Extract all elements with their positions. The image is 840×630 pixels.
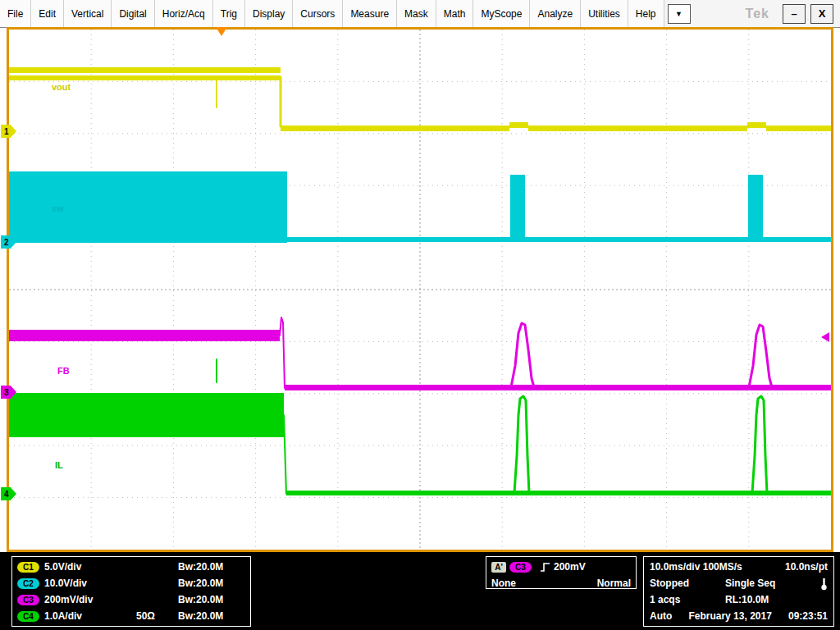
- minimize-button[interactable]: –: [783, 4, 806, 24]
- ch1-scale: 5.0V/div: [44, 561, 136, 573]
- menu-mask[interactable]: Mask: [397, 0, 436, 27]
- trigger-readout-box: A' C3 200mV None Normal: [486, 556, 637, 589]
- menu-trig[interactable]: Trig: [213, 0, 245, 27]
- ch3-scale: 200mV/div: [44, 594, 136, 605]
- menu-dropdown-button[interactable]: ▼: [668, 4, 691, 24]
- ch3-readout-row: C3 200mV/div Bw:20.0M: [17, 591, 245, 608]
- trigger-level-readout: 200mV: [554, 561, 586, 573]
- readout-area: C1 5.0V/div Bw:20.0M C2 10.0V/div Bw:20.…: [0, 552, 840, 630]
- acq-count: 1 acqs: [650, 594, 725, 605]
- ch1-bandwidth: Bw:20.0M: [178, 561, 245, 573]
- ch3-trace-label: FB: [57, 366, 70, 376]
- menu-cursors[interactable]: Cursors: [293, 0, 343, 27]
- horizontal-readout-box: 10.0ms/div 100MS/s 10.0ns/pt Stopped Sin…: [643, 556, 834, 627]
- trigger-mode: Normal: [597, 578, 631, 589]
- menu-utilities[interactable]: Utilities: [581, 0, 628, 27]
- datetime-row: Auto February 13, 2017 09:23:51: [650, 608, 828, 624]
- autoset-mode: Auto: [650, 610, 672, 622]
- menu-file[interactable]: File: [0, 0, 31, 27]
- thermometer-icon: [820, 577, 828, 591]
- menu-bar: File Edit Vertical Digital Horiz/Acq Tri…: [0, 0, 840, 28]
- ch2-scale: 10.0V/div: [44, 578, 136, 589]
- trigger-level-marker[interactable]: [821, 332, 829, 342]
- acq-count-row: 1 acqs RL:10.0M: [650, 591, 828, 608]
- menu-edit[interactable]: Edit: [31, 0, 64, 27]
- menu-measure[interactable]: Measure: [343, 0, 397, 27]
- tek-logo: Tek: [746, 7, 769, 21]
- acq-seq-mode: Single Seq: [725, 578, 775, 589]
- ch4-trace-label: IL: [55, 460, 63, 470]
- ch2-bandwidth: Bw:20.0M: [178, 578, 245, 589]
- timebase-resolution: 10.0ns/pt: [785, 561, 828, 573]
- trigger-mode-row: None Normal: [491, 575, 631, 591]
- menu-myscope[interactable]: MyScope: [473, 0, 530, 27]
- ch2-trace-label: sw: [52, 203, 64, 213]
- timebase-rate: 10.0ms/div 100MS/s: [650, 561, 742, 573]
- record-length: RL:10.0M: [725, 594, 769, 605]
- trigger-a-badge[interactable]: A': [491, 562, 506, 573]
- menu-display[interactable]: Display: [245, 0, 293, 27]
- ch4-bandwidth: Bw:20.0M: [178, 610, 245, 622]
- menu-analyze[interactable]: Analyze: [530, 0, 581, 27]
- ch4-readout-row: C4 1.0A/div 50Ω Bw:20.0M: [17, 608, 245, 624]
- time-readout: 09:23:51: [788, 610, 828, 622]
- menu-vertical[interactable]: Vertical: [64, 0, 112, 27]
- ch3-bandwidth: Bw:20.0M: [178, 594, 245, 605]
- ch3-badge[interactable]: C3: [17, 595, 39, 605]
- rising-edge-icon: [540, 562, 550, 573]
- menu-help[interactable]: Help: [628, 0, 664, 27]
- graticule-canvas: [9, 30, 831, 550]
- date-readout: February 13, 2017: [688, 610, 771, 622]
- ch2-badge[interactable]: C2: [17, 578, 39, 589]
- menu-horiz-acq[interactable]: Horiz/Acq: [155, 0, 213, 27]
- trigger-holdoff: None: [491, 578, 516, 589]
- ch2-readout-row: C2 10.0V/div Bw:20.0M: [17, 575, 245, 591]
- ch4-impedance: 50Ω: [136, 610, 172, 622]
- vertical-readout-box: C1 5.0V/div Bw:20.0M C2 10.0V/div Bw:20.…: [11, 556, 251, 627]
- trigger-source-row: A' C3 200mV: [491, 559, 631, 575]
- waveform-display: vout sw FB IL: [7, 27, 833, 552]
- ch1-trace-label: vout: [52, 82, 71, 92]
- menu-math[interactable]: Math: [436, 0, 474, 27]
- chevron-down-icon: ▼: [675, 10, 682, 18]
- menu-digital[interactable]: Digital: [112, 0, 154, 27]
- trigger-position-marker[interactable]: [216, 27, 227, 36]
- ch1-badge[interactable]: C1: [17, 562, 39, 573]
- trigger-source-badge[interactable]: C3: [509, 562, 532, 573]
- ch1-readout-row: C1 5.0V/div Bw:20.0M: [17, 559, 245, 575]
- acq-state: Stopped: [650, 578, 725, 589]
- ch4-badge[interactable]: C4: [17, 611, 39, 622]
- acq-state-row: Stopped Single Seq: [650, 575, 828, 591]
- close-button[interactable]: X: [810, 4, 833, 24]
- timebase-row: 10.0ms/div 100MS/s 10.0ns/pt: [650, 559, 828, 575]
- ch4-scale: 1.0A/div: [44, 610, 136, 622]
